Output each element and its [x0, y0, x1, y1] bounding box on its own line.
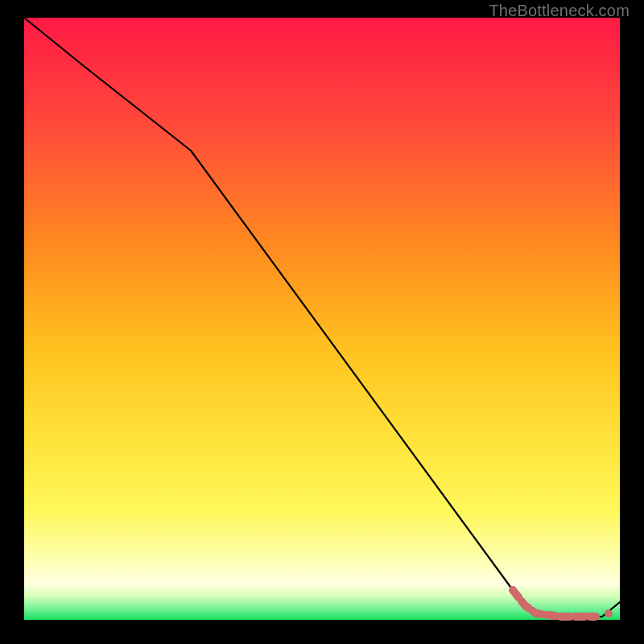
- watermark-text: TheBottleneck.com: [489, 2, 630, 20]
- chart-container: TheBottleneck.com: [0, 0, 644, 644]
- plot-area: [24, 18, 620, 620]
- highlight-end-marker: [605, 609, 613, 617]
- bottleneck-chart: [0, 0, 644, 644]
